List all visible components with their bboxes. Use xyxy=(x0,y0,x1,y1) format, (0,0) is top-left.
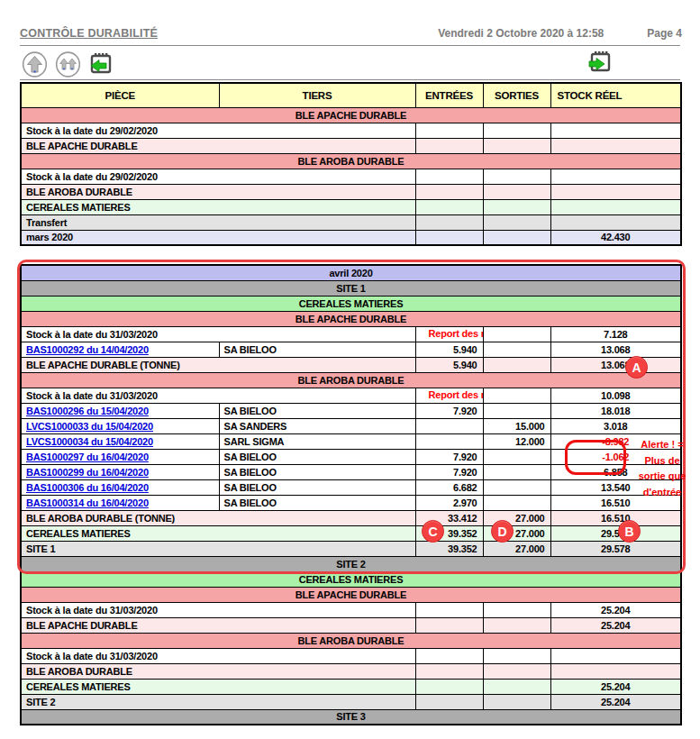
cell-piece: BAS1000299 du 16/04/2020 xyxy=(21,464,219,479)
cell-piece: mars 2020 xyxy=(21,230,415,245)
table-row: BLE AROBA DURABLE xyxy=(21,372,681,388)
cell-entrees: 33.412 xyxy=(415,510,483,525)
cell-stock-reel: 25.204 xyxy=(550,602,681,617)
cell-piece: CEREALES MATIERES xyxy=(21,199,415,214)
cell-piece: LVCS1000034 du 15/04/2020 xyxy=(21,433,219,449)
row-section-header: BLE APACHE DURABLE xyxy=(21,107,681,123)
cell-tiers: SA BIELOO xyxy=(219,464,415,479)
table-row: Stock à la date du 31/03/2020Report des … xyxy=(21,326,681,342)
cell-tiers: SA BIELOO xyxy=(219,342,415,357)
cell-entrees xyxy=(415,169,483,184)
cell-stock-reel: 13.068 xyxy=(550,342,681,357)
table-row: BLE APACHE DURABLE25.204 xyxy=(21,617,681,633)
row-section-header: avril 2020 xyxy=(21,265,681,280)
cell-piece: BAS1000306 du 16/04/2020 xyxy=(21,479,219,495)
cell-piece: BAS1000296 du 15/04/2020 xyxy=(21,403,219,418)
cell-tiers: SA BIELOO xyxy=(219,495,415,510)
cell-sorties xyxy=(483,479,550,495)
row-section-header: BLE APACHE DURABLE xyxy=(21,311,681,326)
cell-sorties xyxy=(483,403,550,418)
cell-piece: SITE 1 xyxy=(21,541,415,556)
document-link[interactable]: BAS1000296 du 15/04/2020 xyxy=(26,406,149,416)
cell-sorties xyxy=(483,464,550,479)
document-link[interactable]: BAS1000306 du 16/04/2020 xyxy=(26,482,149,493)
cell-stock-reel: 13.068 xyxy=(550,357,681,372)
cell-sorties xyxy=(483,388,550,403)
table-row: BLE AROBA DURABLE (TONNE)33.41227.00016.… xyxy=(21,510,681,525)
table-row: BAS1000314 du 16/04/2020SA BIELOO2.97016… xyxy=(21,495,681,510)
table-row: SITE 225.204 xyxy=(21,694,681,709)
cell-stock-reel: 25.204 xyxy=(550,694,681,709)
cell-tiers: SA BIELOO xyxy=(219,479,415,495)
cell-tiers: SARL SIGMA xyxy=(219,433,415,449)
cell-sorties xyxy=(483,138,550,153)
scroll-top-icon[interactable] xyxy=(20,50,49,78)
cell-sorties xyxy=(483,169,550,184)
cell-entrees xyxy=(415,123,483,138)
calendar-next-icon[interactable] xyxy=(586,49,614,76)
report-page: CONTRÔLE DURABILITÉ Vendredi 2 Octobre 2… xyxy=(0,0,700,739)
document-link[interactable]: BAS1000292 du 14/04/2020 xyxy=(26,344,149,355)
cell-entrees xyxy=(415,648,483,663)
report-note: Report des mois précédents xyxy=(429,389,484,400)
table-row: BAS1000306 du 16/04/2020SA BIELOO6.68213… xyxy=(21,479,681,495)
cell-stock-reel: 42.430 xyxy=(550,230,681,245)
cell-piece: Stock à la date du 31/03/2020 xyxy=(21,388,415,403)
document-link[interactable]: BAS1000299 du 16/04/2020 xyxy=(26,467,149,478)
cell-entrees xyxy=(415,433,483,449)
cell-tiers: SA BIELOO xyxy=(219,403,415,418)
cell-stock-reel: 29.578 xyxy=(550,525,681,541)
calendar-previous-icon[interactable] xyxy=(86,50,115,78)
row-section-header: CEREALES MATIERES xyxy=(21,571,681,587)
page-number: Page 4 xyxy=(647,27,682,40)
cell-piece: CEREALES MATIERES xyxy=(21,679,415,694)
cell-stock-reel: 3.018 xyxy=(550,418,681,433)
cell-entrees xyxy=(415,184,483,199)
report-note: Report des mois précédents xyxy=(429,328,484,339)
cell-stock-reel: 10.098 xyxy=(550,388,681,403)
cell-entrees xyxy=(415,230,483,245)
cell-stock-reel: -8.982 xyxy=(550,433,681,449)
cell-stock-reel xyxy=(550,184,681,199)
cell-entrees: 39.352 xyxy=(415,541,483,556)
document-link[interactable]: BAS1000297 du 16/04/2020 xyxy=(26,452,149,462)
cell-sorties xyxy=(483,123,550,138)
cell-entrees xyxy=(415,418,483,433)
cell-piece: SITE 2 xyxy=(21,694,415,709)
table-row: mars 202042.430 xyxy=(21,230,681,245)
table-row: CEREALES MATIERES25.204 xyxy=(21,679,681,694)
table-row: Stock à la date du 31/03/2020 xyxy=(21,648,681,663)
table-header-row: PIÈCE TIERS ENTRÉES SORTIES STOCK RÉEL xyxy=(21,83,681,107)
divider xyxy=(20,79,680,80)
cell-sorties xyxy=(483,214,550,230)
cell-stock-reel xyxy=(550,199,681,214)
cell-entrees xyxy=(415,694,483,709)
cell-piece: BLE AROBA DURABLE xyxy=(21,184,415,199)
report-datetime: Vendredi 2 Octobre 2020 à 12:58 xyxy=(438,27,604,40)
cell-piece: Stock à la date du 29/02/2020 xyxy=(21,123,415,138)
table-row: BLE AROBA DURABLE xyxy=(21,633,681,648)
cell-sorties xyxy=(483,342,550,357)
table-row: LVCS1000033 du 15/04/2020SA SANDERS15.00… xyxy=(21,418,681,433)
table-row: BLE APACHE DURABLE xyxy=(21,107,681,123)
cell-stock-reel xyxy=(550,169,681,184)
scroll-top-fast-icon[interactable] xyxy=(53,50,82,78)
cell-sorties: 15.000 xyxy=(483,418,550,433)
cell-tiers: SA SANDERS xyxy=(219,418,415,433)
cell-sorties xyxy=(483,617,550,633)
cell-piece: BAS1000292 du 14/04/2020 xyxy=(21,342,219,357)
cell-sorties xyxy=(483,663,550,679)
table-row: BAS1000299 du 16/04/2020SA BIELOO7.9206.… xyxy=(21,464,681,479)
document-link[interactable]: BAS1000314 du 16/04/2020 xyxy=(26,497,149,508)
row-section-header: SITE 1 xyxy=(21,280,681,296)
page-title[interactable]: CONTRÔLE DURABILITÉ xyxy=(20,27,158,40)
col-stock-reel: STOCK RÉEL xyxy=(550,83,681,107)
cell-sorties xyxy=(483,648,550,663)
cell-entrees: 39.352 xyxy=(415,525,483,541)
document-link[interactable]: LVCS1000033 du 15/04/2020 xyxy=(26,421,153,432)
cell-entrees: 7.920 xyxy=(415,449,483,464)
table-row: Stock à la date du 29/02/2020 xyxy=(21,123,681,138)
cell-piece: BLE AROBA DURABLE (TONNE) xyxy=(21,510,415,525)
document-link[interactable]: LVCS1000034 du 15/04/2020 xyxy=(26,436,153,447)
cell-stock-reel xyxy=(550,214,681,230)
